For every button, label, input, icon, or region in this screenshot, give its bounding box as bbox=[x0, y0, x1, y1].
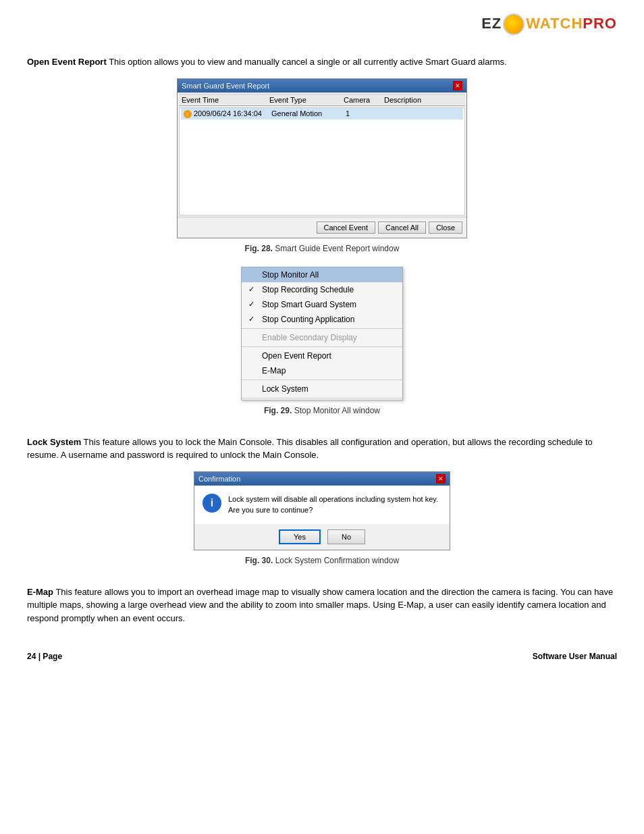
check-icon-smart-guard: ✓ bbox=[248, 300, 254, 309]
confirm-message: Lock system will disable all operations … bbox=[228, 494, 438, 516]
menu-item-stop-counting[interactable]: ✓ Stop Counting Application bbox=[242, 312, 402, 327]
fig30-caption: Fig. 30. Lock System Confirmation window bbox=[245, 556, 399, 565]
lock-system-label: Lock System bbox=[262, 384, 308, 394]
sg-close-button[interactable]: ✕ bbox=[453, 81, 462, 90]
fig29-caption: Fig. 29. Stop Monitor All window bbox=[264, 406, 380, 415]
menu-item-stop-recording[interactable]: ✓ Stop Recording Schedule bbox=[242, 282, 402, 297]
menu-divider-1 bbox=[242, 328, 402, 329]
row-description bbox=[386, 109, 460, 118]
lock-system-heading: Lock System bbox=[27, 437, 81, 447]
logo-pro: PRO bbox=[583, 15, 617, 32]
cancel-all-button[interactable]: Cancel All bbox=[378, 221, 426, 234]
confirm-line2: Are you sure to continue? bbox=[228, 504, 438, 516]
row-type: General Motion bbox=[271, 109, 346, 118]
confirm-body: i Lock system will disable all operation… bbox=[194, 486, 450, 524]
sg-buttons: Cancel Event Cancel All Close bbox=[178, 217, 466, 238]
yes-button[interactable]: Yes bbox=[279, 529, 321, 544]
menu-item-stop-monitor-all[interactable]: Stop Monitor All bbox=[242, 267, 402, 282]
page-footer: 24 | Page Software User Manual bbox=[27, 645, 617, 661]
info-icon: i bbox=[203, 494, 221, 513]
logo-ez: EZ bbox=[481, 15, 502, 32]
stop-recording-label: Stop Recording Schedule bbox=[262, 285, 354, 294]
logo-circle bbox=[503, 14, 525, 35]
col-event-type: Event Type bbox=[269, 96, 344, 104]
confirm-buttons: Yes No bbox=[194, 524, 450, 550]
open-event-report-menu-label: Open Event Report bbox=[262, 351, 331, 361]
sg-table-body: ○2009/06/24 16:34:04 General Motion 1 bbox=[179, 107, 465, 215]
row-camera: 1 bbox=[346, 109, 386, 118]
page-number: 24 | Page bbox=[27, 652, 62, 661]
check-icon-counting: ✓ bbox=[248, 315, 254, 323]
lock-system-body: This feature allows you to lock the Main… bbox=[27, 437, 593, 461]
menu-item-lock-system[interactable]: Lock System bbox=[242, 382, 402, 396]
confirm-line1: Lock system will disable all operations … bbox=[228, 494, 438, 505]
col-camera: Camera bbox=[344, 96, 384, 104]
menu-item-stop-smart-guard[interactable]: ✓ Stop Smart Guard System bbox=[242, 297, 402, 312]
manual-title: Software User Manual bbox=[533, 652, 617, 661]
menu-divider-2 bbox=[242, 346, 402, 347]
confirm-titlebar: Confirmation ✕ bbox=[194, 472, 450, 486]
confirm-title: Confirmation bbox=[198, 475, 240, 483]
logo-area: EZWATCHPRO bbox=[27, 14, 617, 35]
open-event-report-heading: Open Event Report bbox=[27, 57, 107, 67]
sg-table-header: Event Time Event Type Camera Description bbox=[179, 94, 465, 106]
col-description: Description bbox=[384, 96, 462, 104]
menu-divider-3 bbox=[242, 380, 402, 380]
confirm-close-button[interactable]: ✕ bbox=[436, 474, 446, 484]
row-time: ○2009/06/24 16:34:04 bbox=[184, 109, 271, 118]
emap-body: This feature allows you to import an ove… bbox=[27, 587, 613, 623]
stop-monitor-all-label: Stop Monitor All bbox=[262, 270, 319, 280]
emap-section: E-Map This feature allows you to import … bbox=[27, 585, 617, 625]
confirm-window: Confirmation ✕ i Lock system will disabl… bbox=[194, 471, 450, 550]
row-status-icon: ○ bbox=[184, 110, 192, 118]
logo-watch: WATCH bbox=[526, 15, 583, 32]
menu-divider-4 bbox=[242, 398, 402, 398]
stop-monitor-menu: Stop Monitor All ✓ Stop Recording Schedu… bbox=[241, 267, 403, 400]
emap-label: E-Map bbox=[262, 366, 286, 375]
menu-item-emap[interactable]: E-Map bbox=[242, 363, 402, 378]
open-event-report-section: Open Event Report This option allows you… bbox=[27, 55, 617, 69]
check-icon-recording: ✓ bbox=[248, 285, 254, 294]
lock-system-section: Lock System This feature allows you to l… bbox=[27, 436, 617, 462]
no-button[interactable]: No bbox=[327, 529, 365, 544]
close-button[interactable]: Close bbox=[429, 221, 462, 234]
fig28-caption: Fig. 28. Smart Guide Event Report window bbox=[245, 244, 400, 253]
open-event-report-body: This option allows you to view and manua… bbox=[107, 57, 507, 67]
menu-item-enable-secondary: Enable Secondary Display bbox=[242, 330, 402, 345]
stop-smart-guard-label: Stop Smart Guard System bbox=[262, 300, 356, 309]
sg-window: Smart Guard Event Report ✕ Event Time Ev… bbox=[177, 78, 467, 238]
menu-item-open-event-report[interactable]: Open Event Report bbox=[242, 348, 402, 363]
enable-secondary-label: Enable Secondary Display bbox=[262, 333, 357, 342]
cancel-event-button[interactable]: Cancel Event bbox=[317, 221, 375, 234]
stop-counting-label: Stop Counting Application bbox=[262, 315, 354, 324]
sg-title: Smart Guard Event Report bbox=[182, 82, 269, 90]
sg-titlebar: Smart Guard Event Report ✕ bbox=[178, 79, 466, 93]
logo: EZWATCHPRO bbox=[481, 14, 617, 35]
confirm-window-container: Confirmation ✕ i Lock system will disabl… bbox=[27, 471, 617, 579]
col-event-time: Event Time bbox=[182, 96, 269, 104]
emap-heading: E-Map bbox=[27, 587, 53, 597]
table-row[interactable]: ○2009/06/24 16:34:04 General Motion 1 bbox=[181, 108, 463, 120]
sg-window-container: Smart Guard Event Report ✕ Event Time Ev… bbox=[27, 78, 617, 429]
